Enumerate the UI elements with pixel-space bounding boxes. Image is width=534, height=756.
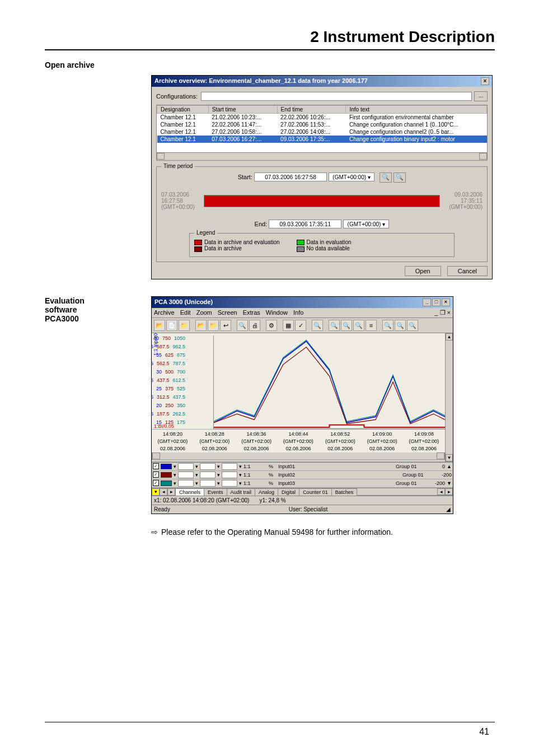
zoom-icon[interactable]: 🔍 [329,320,340,331]
channel-dd[interactable] [200,480,216,487]
tab-nav-right-icon[interactable]: ▸ [167,488,175,496]
close-icon[interactable]: × [481,77,489,85]
time-slider[interactable] [204,195,440,207]
channel-color[interactable] [161,472,172,478]
menu-zoom[interactable]: Zoom [196,309,212,316]
tool-icon[interactable]: 📂 [195,320,207,331]
channel-row[interactable]: ✓ ▾ ▾ ▾ ▾ 1:1 % Input03 Group 01 -200▼ [152,479,453,488]
zoom-out-icon[interactable]: 🔍 [394,172,406,183]
tool-icon[interactable]: 📁 [208,320,219,331]
channel-dd[interactable] [178,463,194,470]
menu-archive[interactable]: Archive [154,309,175,316]
mdi-close-icon[interactable]: × [447,309,451,316]
tab-events[interactable]: Events [204,488,227,496]
tool-icon[interactable]: ✓ [295,320,306,331]
end-gmt-select[interactable]: (GMT+00:00) ▾ [343,220,389,228]
col-end[interactable]: End time [277,106,346,114]
cell: 27.02.2006 11:53:... [277,121,346,128]
cancel-button[interactable]: Cancel [447,266,488,276]
channel-row[interactable]: ✓ ▾ ▾ ▾ ▾ 1:1 % Input02 Group 01 -200 [152,471,453,479]
close-icon[interactable]: × [442,298,450,306]
menu-window[interactable]: Window [266,309,288,316]
zoom-icon[interactable]: 🔍 [341,320,352,331]
xdate: 02.08.2006 [244,446,269,451]
tab-analog[interactable]: Analog [255,488,278,496]
v-scrollbar[interactable]: ▲ ▼ [445,333,453,461]
scroll-right-icon[interactable] [437,452,444,459]
channel-row[interactable]: ✓ ▾ ▾ ▾ ▾ 1:1 % Input01 Group 01 0▲ [152,463,453,471]
tool-icon[interactable]: ⚙ [266,320,277,331]
tab-digital[interactable]: Digital [278,488,299,496]
table-row[interactable]: Chamber 12.1 21.02.2006 10:23:... 22.02.… [157,114,487,122]
tool-icon[interactable]: ↩ [220,320,231,331]
tab-scroll-left-icon[interactable]: ◂ [437,488,445,495]
open-button[interactable]: Open [405,266,441,276]
channel-checkbox[interactable]: ✓ [153,480,159,486]
table-row-selected[interactable]: Chamber 12.1 07.03.2006 16:27:... 09.03.… [157,136,487,143]
table-row[interactable]: Chamber 12.1 22.02.2006 11:47:... 27.02.… [157,121,487,128]
table-row[interactable]: Chamber 12.1 27.02.2006 10:58:... 27.02.… [157,128,487,136]
mdi-restore-icon[interactable]: ❐ [440,309,446,316]
zoom-icon[interactable]: 🔍 [353,320,364,331]
config-input[interactable] [201,92,472,101]
open-icon[interactable]: 📂 [154,320,165,331]
mdi-minimize-icon[interactable]: _ [434,309,438,316]
tab-nav-icon[interactable]: ▾ [152,488,160,496]
channel-dd[interactable] [222,463,237,470]
scroll-right-icon[interactable] [479,153,487,160]
menu-screen[interactable]: Screen [218,309,237,316]
channel-dd[interactable] [200,472,216,478]
channel-checkbox[interactable]: ✓ [153,463,159,469]
xdate: 02.08.2006 [327,446,353,451]
h-scrollbar[interactable] [156,153,488,161]
tool-icon[interactable]: ▦ [283,320,294,331]
channel-color[interactable] [161,480,172,486]
channel-dd[interactable] [178,480,194,487]
maximize-icon[interactable]: □ [432,298,441,306]
zoom-icon[interactable]: 🔍 [395,320,406,331]
start-input[interactable]: 07.03.2006 16:27:58 [254,172,327,181]
graph-h-scrollbar[interactable] [152,452,445,460]
channel-dd[interactable] [222,472,237,478]
config-browse-button[interactable]: ... [474,91,488,101]
end-input[interactable]: 09.03.2006 17:35:11 [269,220,341,228]
col-start[interactable]: Start time [208,106,277,114]
zoom-in-icon[interactable]: 🔍 [380,172,392,183]
scroll-down-icon[interactable]: ▼ [446,454,453,461]
xtick: 14:08:20 [163,431,182,437]
menu-extras[interactable]: Extras [243,309,260,316]
start-gmt-select[interactable]: (GMT+00:00) ▾ [329,172,374,181]
tab-counter[interactable]: Counter 01 [299,488,332,496]
tab-nav-left-icon[interactable]: ◂ [160,488,167,496]
channel-dd[interactable] [178,472,194,478]
zoom-icon[interactable]: 🔍 [382,320,394,331]
col-designation[interactable]: Designation [157,106,209,114]
channel-checkbox[interactable]: ✓ [153,472,159,478]
minimize-icon[interactable]: _ [423,298,431,306]
tab-batches[interactable]: Batches [331,488,358,496]
zoom-icon[interactable]: 🔍 [312,320,323,331]
plot-canvas[interactable] [213,335,445,429]
tool-icon[interactable]: 📁 [179,320,190,331]
menu-info[interactable]: Info [293,309,303,316]
config-label: Configurations: [156,93,201,100]
tab-audit[interactable]: Audit trail [227,488,256,496]
config-listview[interactable]: Designation Start time End time Info tex… [156,105,488,153]
tool-icon[interactable]: ≡ [366,320,377,331]
channel-dd[interactable] [200,463,216,470]
tool-icon[interactable]: 📄 [166,320,177,331]
zoom-icon[interactable]: 🔍 [407,320,418,331]
scroll-left-icon[interactable] [157,153,165,160]
tab-channels[interactable]: Channels [175,488,204,496]
scroll-up-icon[interactable]: ▲ [446,333,453,340]
preview-icon[interactable]: 🔍 [237,320,248,331]
channel-color[interactable] [161,464,172,469]
resize-grip-icon[interactable]: ◢ [446,506,451,512]
channel-dd[interactable] [222,480,237,487]
col-info[interactable]: Info text [346,106,487,114]
scroll-left-icon[interactable] [152,452,160,459]
menu-edit[interactable]: Edit [180,309,191,316]
print-icon[interactable]: 🖨 [249,320,260,331]
status-user: User: Specialist [289,506,327,512]
tab-scroll-right-icon[interactable]: ▸ [445,488,453,495]
